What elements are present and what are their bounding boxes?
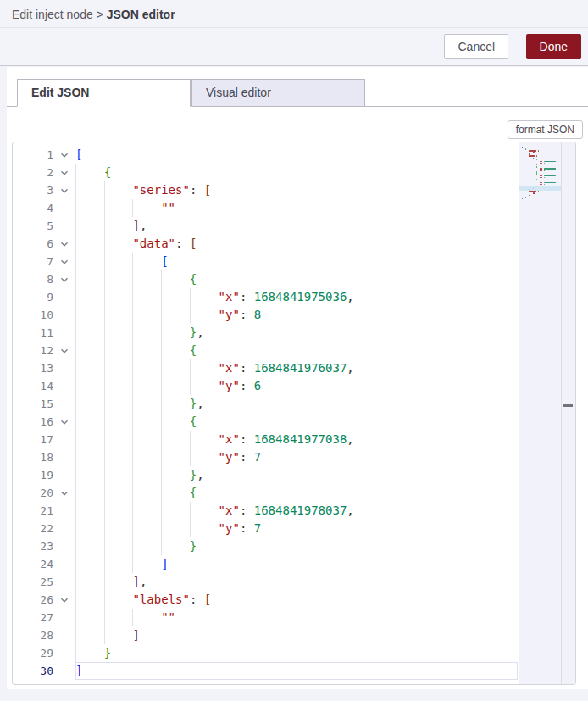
line-content[interactable]: "": [75, 199, 518, 217]
cancel-button[interactable]: Cancel: [444, 34, 508, 59]
code-line[interactable]: 4 "": [13, 199, 575, 217]
code-line[interactable]: 23 }: [13, 537, 575, 555]
line-content[interactable]: ],: [75, 573, 518, 591]
code-line[interactable]: 24 ]: [13, 555, 575, 573]
line-content[interactable]: "x": 1684841976037,: [75, 359, 518, 377]
code-line[interactable]: 5 ],: [13, 217, 575, 235]
code-line[interactable]: 29 }: [13, 644, 575, 662]
line-content[interactable]: "series": [: [75, 181, 518, 199]
line-content[interactable]: ]: [75, 662, 518, 680]
line-content[interactable]: [: [75, 146, 518, 164]
line-content[interactable]: "data": [: [75, 235, 518, 253]
code-line[interactable]: 2 {: [13, 164, 575, 181]
line-content[interactable]: {: [75, 484, 518, 502]
fold-chevron-icon[interactable]: [53, 253, 75, 270]
indent-guide: [132, 199, 133, 217]
done-button[interactable]: Done: [526, 34, 581, 59]
token-pun: :: [240, 290, 254, 303]
code-line[interactable]: 7 [: [13, 253, 575, 270]
line-number: 4: [13, 199, 53, 217]
code-line[interactable]: 18 "y": 7: [13, 448, 575, 466]
line-content[interactable]: }: [75, 644, 518, 662]
line-content[interactable]: ]: [75, 626, 518, 644]
indent-guide: [104, 359, 105, 377]
line-content[interactable]: {: [75, 413, 518, 431]
line-content[interactable]: },: [75, 466, 518, 484]
indent-guide: [75, 609, 76, 626]
line-content[interactable]: "x": 1684841978037,: [75, 502, 518, 520]
indent-guide: [190, 359, 191, 377]
code-line[interactable]: 22 "y": 7: [13, 520, 575, 537]
code-line[interactable]: 20 {: [13, 484, 575, 502]
code-line[interactable]: 1[: [13, 146, 575, 164]
line-content[interactable]: },: [75, 324, 518, 342]
line-content[interactable]: ],: [75, 217, 518, 235]
tab-visual-editor[interactable]: Visual editor: [191, 79, 365, 107]
code-line[interactable]: 30]: [13, 662, 575, 680]
code-line[interactable]: 10 "y": 8: [13, 306, 575, 324]
code-line[interactable]: 26 "labels": [: [13, 591, 575, 609]
code-line[interactable]: 11 },: [13, 324, 575, 342]
indent-guide: [161, 359, 162, 377]
line-number: 17: [13, 431, 53, 448]
code-area[interactable]: 1[2 {3 "series": [4 ""5 ],6 "data": [7 […: [13, 142, 575, 680]
line-content[interactable]: "x": 1684841977038,: [75, 431, 518, 448]
line-content[interactable]: "x": 1684841975036,: [75, 288, 518, 306]
fold-chevron-icon[interactable]: [53, 342, 75, 359]
indent-guide: [75, 342, 76, 359]
line-number: 27: [13, 609, 53, 626]
fold-chevron-icon[interactable]: [53, 181, 75, 199]
fold-gutter: [53, 377, 75, 395]
minimap[interactable]: [519, 142, 575, 684]
fold-chevron-icon[interactable]: [53, 270, 75, 288]
fold-gutter: [53, 644, 75, 662]
indent-guide: [75, 217, 76, 235]
line-content[interactable]: "y": 8: [75, 306, 518, 324]
fold-chevron-icon[interactable]: [53, 484, 75, 502]
code-line[interactable]: 19 },: [13, 466, 575, 484]
code-line[interactable]: 6 "data": [: [13, 235, 575, 253]
line-content[interactable]: ]: [75, 555, 518, 573]
token-b2: {: [190, 414, 197, 428]
fold-gutter: [53, 555, 75, 573]
line-content[interactable]: "labels": [: [75, 591, 518, 609]
line-content[interactable]: {: [75, 342, 518, 359]
indent-guide: [75, 288, 76, 306]
fold-chevron-icon[interactable]: [53, 146, 75, 164]
line-content[interactable]: {: [75, 164, 518, 181]
fold-chevron-icon[interactable]: [53, 413, 75, 431]
token-b3: ]: [132, 219, 139, 232]
line-content[interactable]: "y": 7: [75, 520, 518, 537]
format-json-button[interactable]: format JSON: [508, 120, 583, 139]
code-line[interactable]: 15 },: [13, 395, 575, 413]
fold-chevron-icon[interactable]: [53, 235, 75, 253]
indent-guide: [75, 537, 76, 555]
code-line[interactable]: 8 {: [13, 270, 575, 288]
code-line[interactable]: 27 "": [13, 609, 575, 626]
code-line[interactable]: 28 ]: [13, 626, 575, 644]
fold-chevron-icon[interactable]: [53, 164, 75, 181]
token-key: "labels": [132, 593, 189, 606]
token-b1: [: [161, 254, 168, 268]
code-line[interactable]: 21 "x": 1684841978037,: [13, 502, 575, 520]
line-content[interactable]: },: [75, 395, 518, 413]
code-line[interactable]: 12 {: [13, 342, 575, 359]
json-code-editor[interactable]: 1[2 {3 "series": [4 ""5 ],6 "data": [7 […: [12, 142, 576, 685]
line-content[interactable]: {: [75, 270, 518, 288]
code-line[interactable]: 25 ],: [13, 573, 575, 591]
line-content[interactable]: }: [75, 537, 518, 555]
code-line[interactable]: 9 "x": 1684841975036,: [13, 288, 575, 306]
code-line[interactable]: 3 "series": [: [13, 181, 575, 199]
tab-edit-json[interactable]: Edit JSON: [17, 79, 191, 107]
line-content[interactable]: [: [75, 253, 518, 270]
line-content[interactable]: "": [75, 609, 518, 626]
code-line[interactable]: 14 "y": 6: [13, 377, 575, 395]
line-content[interactable]: "y": 6: [75, 377, 518, 395]
code-line[interactable]: 16 {: [13, 413, 575, 431]
code-line[interactable]: 13 "x": 1684841976037,: [13, 359, 575, 377]
fold-chevron-icon[interactable]: [53, 591, 75, 609]
code-line[interactable]: 17 "x": 1684841977038,: [13, 431, 575, 448]
fold-gutter: [53, 288, 75, 306]
token-pun: :: [240, 361, 254, 375]
line-content[interactable]: "y": 7: [75, 448, 518, 466]
